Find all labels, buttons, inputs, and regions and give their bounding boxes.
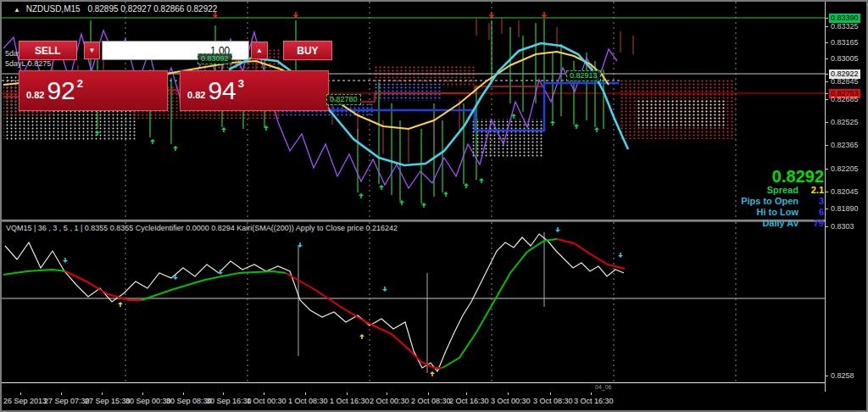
volume-decrease-button[interactable]: ▼: [84, 42, 101, 59]
time-tick-label: 1 Oct 08:30: [288, 397, 328, 405]
tick-mark: [550, 393, 551, 395]
tick-mark: [826, 122, 828, 123]
price-axis: 0.833900.833250.831650.830050.829220.828…: [826, 2, 866, 392]
chart-window: VQM15 | 36 , 3 , 5 , 1 | 0.8355 0.8355 C…: [0, 0, 868, 412]
price-callout-box: 0.82780: [326, 94, 361, 105]
time-tick-label: 30 Sep 00:30: [125, 397, 171, 405]
price-tick-label: 0.83005: [829, 54, 860, 64]
price-callout-box: 0.83092: [198, 53, 232, 64]
time-tick-label: 1 Oct 00:30: [247, 397, 287, 405]
info-value: 3: [798, 196, 824, 207]
sell-button[interactable]: SELL: [19, 41, 77, 60]
info-label: Pips to Open: [741, 196, 798, 207]
time-tick-label: 2 Oct 00:30: [370, 397, 409, 405]
time-tick-label: 30 Sep 16:30: [206, 397, 252, 405]
tick-mark: [591, 393, 592, 395]
tick-mark: [305, 393, 306, 395]
tick-mark: [826, 209, 828, 209]
tick-mark: [61, 393, 62, 395]
tick-mark: [826, 42, 828, 43]
time-tick-label: 3 Oct 08:30: [533, 397, 573, 405]
info-label: Spread: [767, 185, 798, 196]
sell-price-panel[interactable]: 0.82 92 2: [19, 70, 168, 111]
tick-mark: [183, 393, 184, 395]
up-arrow-icon: ▲: [256, 47, 263, 54]
sell-price-prefix: 0.82: [26, 90, 44, 100]
tick-mark: [20, 393, 21, 395]
buy-price-sup: 3: [238, 77, 244, 90]
info-row: Daily Av79: [697, 218, 824, 229]
tick-mark: [826, 81, 828, 82]
sell-price-sup: 2: [77, 77, 83, 90]
collapsed-subwindow-label: 04_06: [595, 384, 611, 390]
time-axis: 26 Sep 201327 Sep 07:3027 Sep 15:3030 Se…: [2, 393, 826, 409]
current-price: 0.8292: [697, 168, 824, 185]
price-tick-label: 0.83165: [829, 38, 860, 47]
time-tick-label: 30 Sep 08:30: [166, 397, 212, 405]
chart-title: ▲ NZDUSD,M15 0.82895 0.82927 0.82866 0.8…: [14, 4, 217, 14]
tick-mark: [264, 393, 264, 395]
info-value: 79: [798, 218, 824, 229]
price-tick-label: 0.83325: [829, 22, 860, 31]
ohlc-values: 0.82895 0.82927 0.82866 0.82922: [87, 4, 217, 14]
indicator-cloud: [637, 99, 726, 128]
price-tick-label: 0.82205: [829, 164, 860, 174]
time-tick-label: 3 Oct 16:30: [574, 397, 614, 405]
price-tick-label: 0.82525: [829, 118, 860, 127]
info-row: Hi to Low6: [697, 207, 824, 218]
tick-mark: [826, 26, 828, 27]
price-tick-label: 0.82045: [829, 187, 860, 197]
info-rows: Spread2.1Pips to Open3Hi to Low6Daily Av…: [697, 185, 824, 229]
tick-mark: [826, 74, 828, 75]
time-tick-label: 27 Sep 07:30: [44, 397, 90, 405]
down-arrow-icon: ▼: [89, 47, 96, 54]
volume-increase-button[interactable]: ▲: [251, 42, 268, 59]
buy-price-big: 94: [208, 78, 236, 103]
time-tick-label: 3 Oct 00:30: [491, 397, 531, 405]
sell-price-big: 92: [47, 78, 75, 103]
market-info-panel: 0.8292 Spread2.1Pips to Open3Hi to Low6D…: [697, 168, 824, 229]
tick-mark: [826, 145, 828, 146]
tick-mark: [826, 192, 828, 192]
tick-mark: [102, 393, 103, 395]
tick-mark: [387, 393, 387, 395]
tick-mark: [142, 393, 143, 395]
tick-mark: [826, 18, 828, 19]
buy-price-prefix: 0.82: [187, 90, 205, 100]
tick-mark: [466, 393, 467, 395]
tick-mark: [826, 93, 828, 94]
tick-mark: [826, 169, 828, 170]
indicator-cloud: [375, 84, 442, 101]
symbol-timeframe: NZDUSD,M15: [26, 4, 81, 14]
time-tick-label: 2 Oct 16:30: [449, 397, 489, 405]
tick-mark: [826, 58, 828, 59]
info-label: Daily Av: [762, 218, 798, 229]
time-tick-label: 2 Oct 08:30: [411, 397, 451, 405]
info-row: Spread2.1: [697, 185, 824, 196]
price-tick-label: 0.82365: [829, 141, 860, 150]
tick-mark: [508, 393, 509, 395]
one-click-trading-widget: SELL ▼ ▲ BUY 0.82 92 2 0.82 94 3: [19, 41, 332, 111]
info-label: Hi to Low: [757, 207, 799, 218]
price-tick-label: 0.82845: [829, 77, 860, 86]
buy-price-panel[interactable]: 0.82 94 3: [180, 70, 329, 111]
tick-mark: [223, 393, 224, 395]
lower-indicator-header: VQM15 | 36 , 3 , 5 , 1 | 0.8355 0.8355 C…: [6, 224, 398, 232]
price-tick-label: 0.81890: [829, 204, 860, 214]
price-tick-label: 0.8303: [829, 222, 856, 231]
tick-mark: [826, 226, 828, 227]
chart-icon: ▲: [14, 6, 20, 14]
lower-indicator-plot[interactable]: [2, 222, 826, 382]
time-tick-label: 27 Sep 15:30: [85, 397, 131, 405]
tick-mark: [826, 376, 828, 376]
price-tick-label: 0.8258: [829, 371, 856, 381]
info-value: 2.1: [798, 185, 824, 196]
tick-mark: [428, 393, 429, 395]
info-value: 6: [798, 207, 824, 218]
time-tick-label: 1 Oct 16:30: [330, 397, 370, 405]
buy-button[interactable]: BUY: [283, 41, 332, 60]
tick-mark: [826, 99, 828, 100]
price-tick-label: 0.82685: [829, 95, 860, 104]
info-row: Pips to Open3: [697, 196, 824, 207]
tick-mark: [347, 393, 348, 395]
